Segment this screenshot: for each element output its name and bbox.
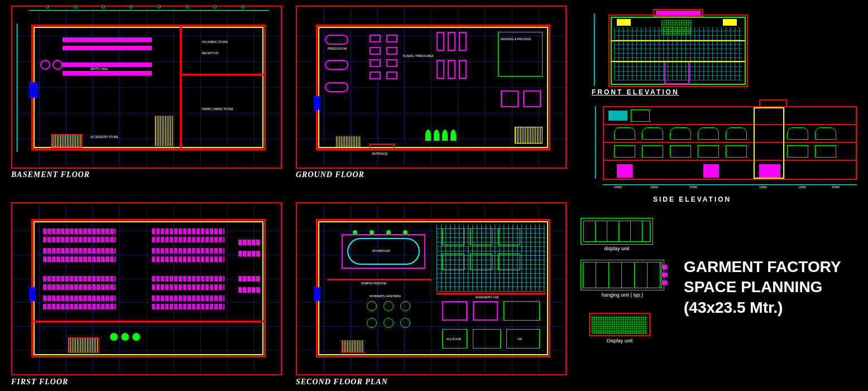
room-label: WORKER'S CAFETERIA (370, 294, 401, 298)
inner-wall (33, 27, 263, 148)
room-label: FABRIC FABRIC STORE (202, 107, 233, 111)
title-line-3: (43x23.5 Mtr.) (684, 298, 841, 318)
panel-second: SHOWROOM SAMPLE PASSAGE WORKER'S CAFETER… (296, 202, 567, 375)
room-label: FUSING / PRESS AREA (403, 54, 434, 58)
dim-text: 11500 (759, 185, 767, 189)
dim-text: 11500 (798, 185, 806, 189)
dim-text: 37000 (689, 185, 697, 189)
label-front-elev: FRONT ELEVATION (592, 88, 679, 96)
room-label: PRESS ROOM (328, 47, 347, 50)
label-second: SECOND FLOOR PLAN (296, 378, 388, 387)
dim-text: 47000 (832, 185, 840, 189)
panel-ground: PRESS ROOM FUSING / PRESS AREA WASHING &… (296, 6, 567, 169)
drawing-title: GARMENT FACTORY SPACE PLANNING (43x23.5 … (684, 257, 841, 318)
room-label: RECEPTION (202, 51, 218, 55)
label-side-elev: SIDE ELEVATION (653, 196, 731, 203)
detail-label: hanging unit ( typ.) (581, 292, 664, 298)
room-label: SHOWROOM (372, 249, 390, 252)
room-label: FIN FABRIC STORE (202, 40, 228, 44)
title-line-2: SPACE PLANNING (684, 277, 841, 297)
detail-display-unit-bottom (589, 313, 650, 336)
room-label: ACCESSORY STORE (90, 135, 118, 139)
dim-text: 47000 (614, 185, 622, 189)
label-ground: GROUND FLOOR (296, 170, 365, 179)
panel-side-elevation: 47000 12000 37000 11500 11500 47000 (592, 102, 862, 191)
label-basement: BASEMENT FLOOR (11, 170, 90, 179)
room-label: GM (517, 337, 522, 341)
panel-basement: SEPTIC HALL FIN FABRIC STORE RECEPTION F… (11, 6, 282, 169)
room-label: WASHING & PROCESS (501, 37, 531, 41)
room-label: MANAGER'S CAB. (476, 295, 500, 299)
title-line-1: GARMENT FACTORY (684, 257, 841, 277)
panel-front-elevation (592, 8, 765, 96)
room-label: SEPTIC HALL (90, 67, 108, 70)
label-first: FIRST FLOOR (11, 378, 68, 387)
detail-label: display unit (581, 246, 653, 251)
dim-text: 12000 (650, 185, 658, 189)
room-label: SAMPLE PASSAGE (361, 282, 386, 285)
detail-display-unit-top (581, 218, 653, 245)
detail-label: Display unit (589, 338, 650, 344)
panel-first (11, 202, 282, 375)
detail-hanging-unit (581, 260, 664, 290)
room-label: M.D ROOM (447, 337, 461, 341)
room-label: ENTRANCE (372, 152, 388, 155)
